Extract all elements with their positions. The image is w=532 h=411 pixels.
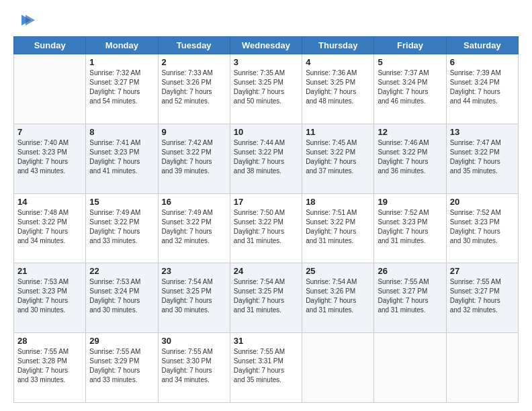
day-number: 19 (378, 197, 442, 207)
weekday-header-sunday: Sunday (14, 37, 86, 54)
calendar-cell: 2Sunrise: 7:33 AM Sunset: 3:26 PM Daylig… (158, 54, 230, 124)
day-info: Sunrise: 7:55 AM Sunset: 3:27 PM Dayligh… (450, 277, 515, 315)
day-info: Sunrise: 7:33 AM Sunset: 3:26 PM Dayligh… (162, 68, 226, 106)
calendar-cell: 7Sunrise: 7:40 AM Sunset: 3:23 PM Daylig… (14, 124, 86, 193)
day-info: Sunrise: 7:41 AM Sunset: 3:23 PM Dayligh… (89, 138, 154, 176)
day-number: 18 (306, 197, 370, 207)
calendar-cell: 21Sunrise: 7:53 AM Sunset: 3:23 PM Dayli… (14, 263, 86, 333)
day-info: Sunrise: 7:52 AM Sunset: 3:23 PM Dayligh… (450, 208, 515, 246)
calendar-cell: 30Sunrise: 7:55 AM Sunset: 3:30 PM Dayli… (158, 333, 230, 403)
day-number: 8 (89, 127, 154, 137)
day-info: Sunrise: 7:50 AM Sunset: 3:22 PM Dayligh… (234, 208, 298, 246)
calendar-cell: 4Sunrise: 7:36 AM Sunset: 3:25 PM Daylig… (302, 54, 374, 124)
calendar-cell: 16Sunrise: 7:49 AM Sunset: 3:22 PM Dayli… (158, 193, 230, 263)
logo-icon (16, 11, 35, 30)
day-info: Sunrise: 7:49 AM Sunset: 3:22 PM Dayligh… (162, 208, 226, 246)
day-info: Sunrise: 7:37 AM Sunset: 3:24 PM Dayligh… (378, 68, 442, 106)
day-info: Sunrise: 7:46 AM Sunset: 3:22 PM Dayligh… (378, 138, 442, 176)
calendar-row-2: 14Sunrise: 7:48 AM Sunset: 3:22 PM Dayli… (14, 193, 519, 263)
day-number: 3 (234, 57, 298, 67)
day-number: 20 (450, 197, 515, 207)
day-info: Sunrise: 7:54 AM Sunset: 3:25 PM Dayligh… (162, 277, 226, 315)
day-info: Sunrise: 7:54 AM Sunset: 3:25 PM Dayligh… (234, 277, 298, 315)
day-number: 11 (306, 127, 370, 137)
day-info: Sunrise: 7:52 AM Sunset: 3:23 PM Dayligh… (378, 208, 442, 246)
day-info: Sunrise: 7:55 AM Sunset: 3:29 PM Dayligh… (89, 347, 154, 385)
calendar-cell: 25Sunrise: 7:54 AM Sunset: 3:26 PM Dayli… (302, 263, 374, 333)
calendar-cell (446, 333, 518, 403)
day-info: Sunrise: 7:51 AM Sunset: 3:22 PM Dayligh… (306, 208, 370, 246)
day-info: Sunrise: 7:55 AM Sunset: 3:30 PM Dayligh… (162, 347, 226, 385)
page: SundayMondayTuesdayWednesdayThursdayFrid… (0, 0, 532, 411)
calendar-cell: 6Sunrise: 7:39 AM Sunset: 3:24 PM Daylig… (446, 54, 518, 124)
day-number: 7 (17, 127, 82, 137)
day-info: Sunrise: 7:48 AM Sunset: 3:22 PM Dayligh… (17, 208, 82, 246)
calendar-cell: 26Sunrise: 7:55 AM Sunset: 3:27 PM Dayli… (374, 263, 446, 333)
day-number: 25 (306, 266, 370, 276)
calendar-cell: 12Sunrise: 7:46 AM Sunset: 3:22 PM Dayli… (374, 124, 446, 193)
calendar-cell: 15Sunrise: 7:49 AM Sunset: 3:22 PM Dayli… (86, 193, 158, 263)
day-info: Sunrise: 7:40 AM Sunset: 3:23 PM Dayligh… (17, 138, 82, 176)
svg-marker-1 (26, 15, 35, 26)
calendar-row-4: 28Sunrise: 7:55 AM Sunset: 3:28 PM Dayli… (14, 333, 519, 403)
day-info: Sunrise: 7:36 AM Sunset: 3:25 PM Dayligh… (306, 68, 370, 106)
header (13, 11, 519, 30)
calendar-cell: 23Sunrise: 7:54 AM Sunset: 3:25 PM Dayli… (158, 263, 230, 333)
calendar-cell: 31Sunrise: 7:55 AM Sunset: 3:31 PM Dayli… (230, 333, 302, 403)
day-number: 6 (450, 57, 515, 67)
day-number: 5 (378, 57, 442, 67)
day-info: Sunrise: 7:55 AM Sunset: 3:27 PM Dayligh… (378, 277, 442, 315)
calendar-cell: 10Sunrise: 7:44 AM Sunset: 3:22 PM Dayli… (230, 124, 302, 193)
weekday-header-wednesday: Wednesday (230, 37, 302, 54)
day-number: 17 (234, 197, 298, 207)
calendar-cell: 8Sunrise: 7:41 AM Sunset: 3:23 PM Daylig… (86, 124, 158, 193)
day-info: Sunrise: 7:42 AM Sunset: 3:22 PM Dayligh… (162, 138, 226, 176)
weekday-header-monday: Monday (86, 37, 158, 54)
day-number: 27 (450, 266, 515, 276)
day-number: 14 (17, 197, 82, 207)
weekday-header-friday: Friday (374, 37, 446, 54)
day-number: 10 (234, 127, 298, 137)
calendar-cell (374, 333, 446, 403)
day-number: 2 (162, 57, 226, 67)
day-info: Sunrise: 7:35 AM Sunset: 3:25 PM Dayligh… (234, 68, 298, 106)
calendar-cell: 5Sunrise: 7:37 AM Sunset: 3:24 PM Daylig… (374, 54, 446, 124)
calendar-cell: 29Sunrise: 7:55 AM Sunset: 3:29 PM Dayli… (86, 333, 158, 403)
day-number: 23 (162, 266, 226, 276)
calendar-cell: 17Sunrise: 7:50 AM Sunset: 3:22 PM Dayli… (230, 193, 302, 263)
calendar-cell: 24Sunrise: 7:54 AM Sunset: 3:25 PM Dayli… (230, 263, 302, 333)
day-number: 30 (162, 336, 226, 346)
calendar-cell: 13Sunrise: 7:47 AM Sunset: 3:22 PM Dayli… (446, 124, 518, 193)
day-info: Sunrise: 7:49 AM Sunset: 3:22 PM Dayligh… (89, 208, 154, 246)
calendar-row-3: 21Sunrise: 7:53 AM Sunset: 3:23 PM Dayli… (14, 263, 519, 333)
day-number: 28 (17, 336, 82, 346)
calendar-row-0: 1Sunrise: 7:32 AM Sunset: 3:27 PM Daylig… (14, 54, 519, 124)
weekday-header-row: SundayMondayTuesdayWednesdayThursdayFrid… (14, 37, 519, 54)
calendar-cell: 19Sunrise: 7:52 AM Sunset: 3:23 PM Dayli… (374, 193, 446, 263)
calendar-cell: 3Sunrise: 7:35 AM Sunset: 3:25 PM Daylig… (230, 54, 302, 124)
calendar-cell: 27Sunrise: 7:55 AM Sunset: 3:27 PM Dayli… (446, 263, 518, 333)
calendar-cell: 18Sunrise: 7:51 AM Sunset: 3:22 PM Dayli… (302, 193, 374, 263)
day-info: Sunrise: 7:53 AM Sunset: 3:24 PM Dayligh… (89, 277, 154, 315)
day-number: 1 (89, 57, 154, 67)
calendar-table: SundayMondayTuesdayWednesdayThursdayFrid… (13, 36, 519, 403)
day-number: 13 (450, 127, 515, 137)
day-number: 15 (89, 197, 154, 207)
day-number: 31 (234, 336, 298, 346)
day-info: Sunrise: 7:32 AM Sunset: 3:27 PM Dayligh… (89, 68, 154, 106)
calendar-cell: 9Sunrise: 7:42 AM Sunset: 3:22 PM Daylig… (158, 124, 230, 193)
day-info: Sunrise: 7:44 AM Sunset: 3:22 PM Dayligh… (234, 138, 298, 176)
calendar-cell: 11Sunrise: 7:45 AM Sunset: 3:22 PM Dayli… (302, 124, 374, 193)
calendar-cell: 22Sunrise: 7:53 AM Sunset: 3:24 PM Dayli… (86, 263, 158, 333)
weekday-header-saturday: Saturday (446, 37, 518, 54)
day-info: Sunrise: 7:39 AM Sunset: 3:24 PM Dayligh… (450, 68, 515, 106)
day-number: 26 (378, 266, 442, 276)
day-info: Sunrise: 7:55 AM Sunset: 3:31 PM Dayligh… (234, 347, 298, 385)
calendar-cell (302, 333, 374, 403)
calendar-row-1: 7Sunrise: 7:40 AM Sunset: 3:23 PM Daylig… (14, 124, 519, 193)
day-number: 24 (234, 266, 298, 276)
calendar-cell: 20Sunrise: 7:52 AM Sunset: 3:23 PM Dayli… (446, 193, 518, 263)
day-info: Sunrise: 7:47 AM Sunset: 3:22 PM Dayligh… (450, 138, 515, 176)
calendar-cell (14, 54, 86, 124)
day-info: Sunrise: 7:53 AM Sunset: 3:23 PM Dayligh… (17, 277, 82, 315)
